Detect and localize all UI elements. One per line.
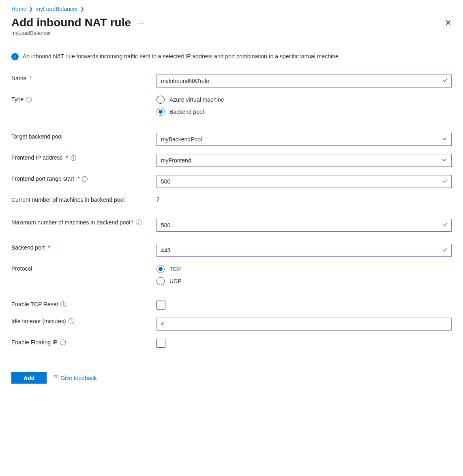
frontend-ip-select[interactable]: myFrontend <box>156 154 452 167</box>
svg-point-0 <box>54 375 56 377</box>
info-hint-icon[interactable]: i <box>71 155 76 161</box>
max-machines-input[interactable]: 500 <box>156 219 452 232</box>
chevron-right-icon: ❯ <box>29 6 33 12</box>
max-machines-value: 500 <box>161 222 170 228</box>
chevron-down-icon <box>442 157 447 164</box>
breadcrumb-resource[interactable]: myLoadBalancer <box>35 6 78 12</box>
idle-timeout-label: Idle timeout (minutes) i <box>11 314 156 330</box>
tcp-reset-checkbox[interactable] <box>156 301 165 310</box>
info-hint-icon[interactable]: i <box>69 318 74 324</box>
radio-icon <box>156 96 165 104</box>
frontend-port-start-label: Frontend port range start* i <box>11 171 156 187</box>
target-backend-pool-value: myBackendPool <box>161 136 202 143</box>
current-machines-value: 2 <box>156 192 452 207</box>
idle-timeout-value: 4 <box>161 321 164 327</box>
info-icon: i <box>11 53 19 60</box>
more-actions-button[interactable]: ⋯ <box>137 17 144 28</box>
checkmark-icon <box>442 222 448 228</box>
checkmark-icon <box>442 178 448 185</box>
target-backend-pool-label: Target backend pool <box>11 129 156 145</box>
add-button[interactable]: Add <box>11 372 47 384</box>
info-text: An inbound NAT rule forwards incoming tr… <box>23 52 340 61</box>
target-backend-pool-select[interactable]: myBackendPool <box>156 133 452 146</box>
name-input[interactable]: myInboundNATrule <box>156 75 452 88</box>
breadcrumb: Home ❯ myLoadBalancer ❯ <box>11 6 452 12</box>
tcp-reset-label: Enable TCP Reset i <box>11 297 156 313</box>
type-option-pool[interactable]: Backend pool <box>156 108 452 116</box>
info-hint-icon[interactable]: i <box>82 176 88 182</box>
protocol-option-tcp-label: TCP <box>169 266 181 272</box>
name-value: myInboundNATrule <box>161 78 209 84</box>
close-icon[interactable]: ✕ <box>445 16 452 28</box>
feedback-icon <box>53 374 59 381</box>
backend-port-value: 443 <box>161 247 170 254</box>
frontend-ip-label: Frontend IP address* i <box>11 150 156 166</box>
protocol-label: Protocol <box>11 261 156 277</box>
page-subtitle: myLoadBalancer <box>11 30 452 36</box>
radio-icon <box>156 108 165 116</box>
type-label: Type i <box>11 92 156 108</box>
radio-icon <box>156 265 165 273</box>
idle-timeout-input[interactable]: 4 <box>156 318 452 331</box>
protocol-option-udp-label: UDP <box>169 278 182 284</box>
frontend-ip-value: myFrontend <box>161 157 191 164</box>
checkmark-icon <box>442 247 448 254</box>
current-machines-label: Current number of machines in backend po… <box>11 192 156 208</box>
type-option-vm[interactable]: Azure virtual machine <box>156 96 452 104</box>
name-label: Name* <box>11 70 156 87</box>
info-hint-icon[interactable]: i <box>136 220 141 225</box>
frontend-port-start-value: 500 <box>161 178 170 185</box>
info-hint-icon[interactable]: i <box>60 339 66 345</box>
backend-port-input[interactable]: 443 <box>156 244 452 257</box>
floating-ip-checkbox[interactable] <box>156 339 165 348</box>
radio-icon <box>156 277 165 285</box>
chevron-right-icon: ❯ <box>80 6 84 12</box>
floating-ip-label: Enable Floating IP i <box>11 335 156 351</box>
type-option-pool-label: Backend pool <box>169 109 204 115</box>
backend-port-label: Backend port* <box>11 240 156 256</box>
info-banner: i An inbound NAT rule forwards incoming … <box>11 52 452 61</box>
give-feedback-link[interactable]: Give feedback <box>53 374 97 381</box>
page-title: Add inbound NAT rule <box>11 16 131 29</box>
protocol-option-udp[interactable]: UDP <box>156 277 452 285</box>
protocol-option-tcp[interactable]: TCP <box>156 265 452 273</box>
checkmark-icon <box>442 78 448 85</box>
chevron-down-icon <box>442 136 447 143</box>
info-hint-icon[interactable]: i <box>26 97 32 102</box>
max-machines-label: Maximum number of machines in backend po… <box>11 215 156 231</box>
frontend-port-start-input[interactable]: 500 <box>156 175 452 188</box>
info-hint-icon[interactable]: i <box>60 301 66 307</box>
type-option-vm-label: Azure virtual machine <box>169 96 224 103</box>
breadcrumb-home[interactable]: Home <box>11 6 26 12</box>
footer: Add Give feedback <box>0 364 463 392</box>
give-feedback-label: Give feedback <box>60 375 97 381</box>
